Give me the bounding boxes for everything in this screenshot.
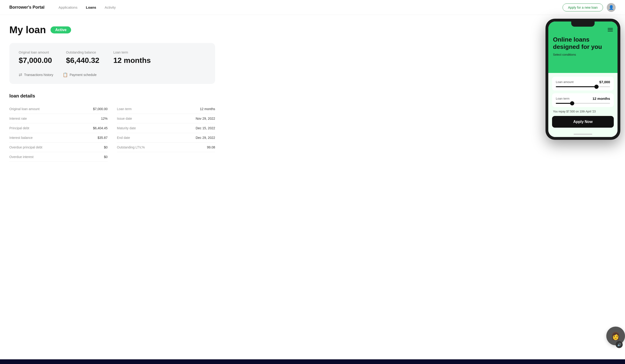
table-row: Interest balance$35.87: [9, 133, 108, 143]
navbar: Borrower's Portal Applications Loans Act…: [0, 0, 625, 15]
phone-loan-term-label: Loan term: [556, 97, 570, 100]
phone-apply-button[interactable]: Apply Now: [552, 116, 614, 128]
detail-label: Maturity date: [117, 126, 136, 130]
apply-new-loan-button[interactable]: Apply for a new loan: [562, 3, 603, 11]
transactions-icon: ⇄: [19, 72, 22, 77]
table-row: Issue dateNov 29, 2022: [117, 114, 215, 123]
loan-summary-card: Original loan amount $7,000.00 Outstandi…: [9, 43, 215, 84]
table-row: Interest rate12%: [9, 114, 108, 123]
phone-content: Loan amount $7,000 Loan term 12 months: [548, 73, 618, 131]
phone-frame: Online loans designed for you Select con…: [545, 19, 620, 140]
detail-value: $6,404.45: [93, 126, 108, 130]
detail-label: Issue date: [117, 117, 132, 121]
phone-notch: [571, 22, 594, 27]
phone-loan-term-card: Loan term 12 months: [552, 93, 614, 107]
phone-overlay: Online loans designed for you Select con…: [545, 19, 620, 140]
footer-bar: [0, 359, 625, 364]
table-row: Maturity dateDec 15, 2022: [117, 123, 215, 133]
phone-loan-amount-value: $7,000: [599, 80, 610, 84]
phone-loan-amount-label: Loan amount: [556, 80, 574, 84]
table-row: Outstanding LTV,%99.08: [117, 143, 215, 152]
menu-line-1: [608, 28, 613, 29]
detail-value: $7,000.00: [93, 107, 108, 111]
phone-loan-term-slider-thumb: [570, 101, 574, 105]
table-row: Loan term12 months: [117, 104, 215, 114]
loan-summary-grid: Original loan amount $7,000.00 Outstandi…: [19, 51, 206, 65]
menu-line-2: [608, 30, 613, 30]
schedule-label: Payment schedule: [70, 73, 96, 77]
outstanding-balance-value: $6,440.32: [66, 56, 99, 65]
nav-link-loans[interactable]: Loans: [86, 5, 96, 9]
chat-avatar-icon: 👩: [611, 332, 620, 340]
chat-sound-button[interactable]: 🔊: [616, 341, 623, 348]
page-title-row: My loan Active: [9, 24, 215, 35]
original-loan-amount: Original loan amount $7,000.00: [19, 51, 52, 65]
phone-headline: Online loans designed for you: [553, 36, 613, 51]
main-content: My loan Active Original loan amount $7,0…: [0, 15, 224, 171]
phone-loan-amount-slider-thumb: [594, 85, 598, 89]
transactions-history-link[interactable]: ⇄ Transactions history: [19, 72, 53, 77]
detail-label: Loan term: [117, 107, 132, 111]
phone-loan-term-value: 12 months: [593, 96, 610, 100]
phone-loan-amount-slider-track[interactable]: [556, 86, 610, 87]
outstanding-balance: Outstanding balance $6,440.32: [66, 51, 99, 65]
phone-loan-term-slider-track[interactable]: [556, 103, 610, 104]
transactions-label: Transactions history: [24, 73, 53, 77]
phone-loan-amount-slider-fill: [556, 86, 596, 87]
detail-value: $0: [104, 155, 108, 159]
detail-value: Nov 29, 2022: [196, 117, 215, 121]
nav-link-activity[interactable]: Activity: [104, 5, 116, 9]
status-badge: Active: [51, 27, 71, 33]
table-row: Overdue principal debt$0: [9, 143, 108, 152]
loan-details-right: Loan term12 monthsIssue dateNov 29, 2022…: [117, 104, 215, 162]
menu-line-3: [608, 31, 613, 31]
loan-details-title: loan details: [9, 93, 215, 99]
table-row: Principal debt$6,404.45: [9, 123, 108, 133]
detail-label: Outstanding LTV,%: [117, 145, 145, 149]
phone-loan-term-slider-fill: [556, 103, 572, 104]
loan-details-grid: Original loan amount$7,000.00Interest ra…: [9, 104, 215, 162]
outstanding-balance-label: Outstanding balance: [66, 51, 99, 54]
avatar[interactable]: 👤: [607, 3, 616, 12]
detail-value: 12%: [101, 117, 108, 121]
detail-label: End date: [117, 136, 130, 140]
table-row: Original loan amount$7,000.00: [9, 104, 108, 114]
detail-value: 12 months: [200, 107, 215, 111]
loan-term-label: Loan term: [113, 51, 151, 54]
loan-actions: ⇄ Transactions history 📋 Payment schedul…: [19, 72, 206, 77]
phone-screen: Online loans designed for you Select con…: [548, 22, 618, 137]
nav-links: Applications Loans Activity: [59, 5, 562, 9]
phone-loan-term-header: Loan term 12 months: [556, 96, 610, 100]
phone-loan-amount-card: Loan amount $7,000: [552, 77, 614, 91]
original-loan-value: $7,000.00: [19, 56, 52, 65]
detail-value: 99.08: [207, 145, 215, 149]
phone-repay-text: You repay $7.500 on 10th April '23: [552, 110, 614, 113]
payment-schedule-link[interactable]: 📋 Payment schedule: [63, 72, 96, 77]
phone-bottom-bar: [548, 131, 618, 137]
chat-avatar[interactable]: 👩: [606, 327, 625, 345]
phone-header: Online loans designed for you Select con…: [548, 22, 618, 73]
phone-subtext: Select conditions: [553, 53, 613, 56]
nav-link-applications[interactable]: Applications: [59, 5, 77, 9]
detail-label: Overdue interest: [9, 155, 34, 159]
schedule-icon: 📋: [63, 72, 68, 77]
table-row: End dateDec 29, 2022: [117, 133, 215, 143]
detail-label: Overdue principal debt: [9, 145, 42, 149]
detail-value: Dec 15, 2022: [196, 126, 215, 130]
phone-home-indicator: [574, 134, 592, 135]
nav-right: Apply for a new loan 👤: [562, 3, 616, 12]
loan-term-value: 12 months: [113, 56, 151, 65]
detail-value: Dec 29, 2022: [196, 136, 215, 140]
phone-loan-amount-header: Loan amount $7,000: [556, 80, 610, 84]
nav-logo: Borrower's Portal: [9, 5, 44, 10]
page-title: My loan: [9, 24, 46, 35]
detail-value: $35.87: [97, 136, 108, 140]
detail-value: $0: [104, 145, 108, 149]
original-loan-label: Original loan amount: [19, 51, 52, 54]
loan-details-left: Original loan amount$7,000.00Interest ra…: [9, 104, 108, 162]
detail-label: Interest balance: [9, 136, 33, 140]
loan-details-section: loan details Original loan amount$7,000.…: [9, 93, 215, 162]
detail-label: Original loan amount: [9, 107, 39, 111]
hamburger-icon[interactable]: [553, 28, 613, 31]
detail-label: Principal debt: [9, 126, 29, 130]
